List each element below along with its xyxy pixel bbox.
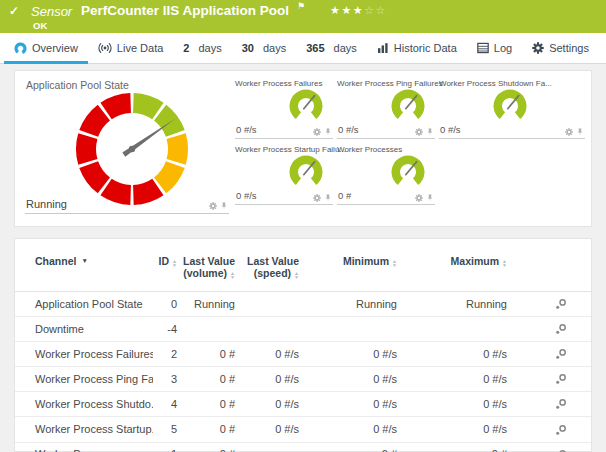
- tab-365-days[interactable]: 365 days: [296, 33, 367, 63]
- sort-icon: ▲▼: [502, 259, 507, 267]
- status-badge: OK: [33, 20, 47, 31]
- cell-minimum: [299, 317, 397, 342]
- sort-icon: ▲▼: [172, 259, 177, 267]
- status-ok-check-icon: ✓: [9, 4, 19, 18]
- small-gauge: [288, 154, 324, 190]
- cell-channel: Downtime: [15, 317, 153, 342]
- col-id[interactable]: ID▲▼: [153, 239, 177, 292]
- channel-settings-icon[interactable]: [555, 373, 567, 385]
- tab-settings[interactable]: Settings: [522, 33, 599, 63]
- cell-id: 3: [153, 367, 177, 392]
- application-pool-state-gauge: [73, 90, 191, 208]
- priority-stars[interactable]: ★★★☆☆: [330, 4, 387, 17]
- cell-minimum: 0 #: [299, 442, 397, 452]
- broadcast-icon: [98, 42, 112, 54]
- tab-30-days[interactable]: 30 days: [232, 33, 297, 63]
- cell-last-value-speed: [235, 317, 299, 342]
- table-row: Worker Processes 1 0 # 0 # 0 #: [15, 442, 591, 452]
- gear-icon[interactable]: [209, 202, 217, 210]
- cell-id: 0: [153, 292, 177, 317]
- pin-icon[interactable]: [220, 202, 228, 210]
- cell-last-value-volume: [177, 317, 235, 342]
- tab-live-data[interactable]: Live Data: [88, 33, 173, 63]
- cell-minimum: 0 #/s: [299, 367, 397, 392]
- tab-log[interactable]: Log: [467, 33, 522, 63]
- priority-flag-icon: ⚑: [297, 1, 305, 11]
- bar-chart-icon: [377, 42, 389, 54]
- pin-icon[interactable]: [576, 128, 584, 136]
- small-gauge-tile: Worker Process Failures 0 #/s: [235, 77, 333, 139]
- col-channel[interactable]: Channel▼: [15, 239, 153, 292]
- tab-label: Log: [494, 42, 512, 54]
- star-icon[interactable]: ★: [341, 4, 352, 16]
- star-icon[interactable]: ☆: [376, 4, 387, 16]
- pin-icon[interactable]: [426, 194, 434, 202]
- tab-label: days: [263, 42, 286, 54]
- tab-label: days: [198, 42, 221, 54]
- tab-historic-data[interactable]: Historic Data: [367, 33, 467, 63]
- gear-icon[interactable]: [313, 194, 321, 202]
- cell-last-value-volume: 0 #: [177, 342, 235, 367]
- gear-icon[interactable]: [415, 128, 423, 136]
- small-gauge-title: Worker Process Ping Failures: [337, 77, 435, 88]
- log-table-icon: [477, 42, 489, 54]
- overview-panel: Application Pool State Running Worker Pr…: [14, 70, 592, 227]
- channel-settings-icon[interactable]: [555, 298, 567, 310]
- cell-id: 4: [153, 392, 177, 417]
- gear-icon: [532, 42, 544, 54]
- star-icon[interactable]: ☆: [364, 4, 375, 16]
- channel-settings-icon[interactable]: [555, 323, 567, 335]
- col-minimum[interactable]: Minimum▲▼: [299, 239, 397, 292]
- col-settings: [507, 239, 591, 292]
- table-row: Application Pool State 0 Running Running…: [15, 292, 591, 317]
- cell-last-value-speed: 0 #/s: [235, 342, 299, 367]
- gear-icon[interactable]: [313, 128, 321, 136]
- cell-last-value-volume: 0 #: [177, 367, 235, 392]
- small-gauge-title: Worker Process Shutdown Fa...: [439, 77, 585, 88]
- cell-channel: Worker Process Startup...: [15, 417, 153, 442]
- small-gauge-value: 0 #/s: [338, 124, 359, 135]
- col-last-value-volume[interactable]: Last Value (volume)▲▼: [177, 239, 235, 292]
- small-gauge-title: Worker Process Startup Failu...: [235, 143, 333, 154]
- cell-minimum: Running: [299, 292, 397, 317]
- star-icon[interactable]: ★: [330, 4, 341, 16]
- pin-icon[interactable]: [426, 128, 434, 136]
- cell-maximum: Running: [397, 292, 507, 317]
- col-last-value-speed[interactable]: Last Value (speed)▲▼: [235, 239, 299, 292]
- channel-settings-icon[interactable]: [555, 398, 567, 410]
- channel-settings-icon[interactable]: [555, 449, 567, 452]
- cell-last-value-volume: 0 #: [177, 442, 235, 452]
- cell-minimum: 0 #/s: [299, 417, 397, 442]
- channel-settings-icon[interactable]: [555, 348, 567, 360]
- cell-maximum: 0 #/s: [397, 417, 507, 442]
- gauge-icon: [14, 42, 27, 55]
- cell-channel: Worker Process Failures: [15, 342, 153, 367]
- table-row: Worker Process Failures 2 0 # 0 #/s 0 #/…: [15, 342, 591, 367]
- table-row: Worker Process Ping Fa... 3 0 # 0 #/s 0 …: [15, 367, 591, 392]
- cell-last-value-volume: Running: [177, 292, 235, 317]
- star-icon[interactable]: ★: [353, 4, 364, 16]
- small-gauge-value: 0 #/s: [440, 124, 461, 135]
- pin-icon[interactable]: [324, 128, 332, 136]
- tab-2-days[interactable]: 2 days: [173, 33, 231, 63]
- sort-icon: ▲▼: [392, 259, 397, 267]
- tab-overview[interactable]: Overview: [4, 33, 88, 63]
- channel-settings-icon[interactable]: [555, 424, 567, 436]
- channel-table-panel: Channel▼ ID▲▼ Last Value (volume)▲▼ Last…: [14, 238, 592, 452]
- gear-icon[interactable]: [415, 194, 423, 202]
- main-gauge-footer: Running: [25, 198, 229, 214]
- small-gauge-value: 0 #: [338, 190, 351, 201]
- cell-last-value-volume: 0 #: [177, 392, 235, 417]
- small-gauge: [492, 88, 528, 124]
- table-row: Worker Process Startup... 5 0 # 0 #/s 0 …: [15, 417, 591, 442]
- gear-icon[interactable]: [565, 128, 573, 136]
- tab-label: days: [334, 42, 357, 54]
- sort-desc-icon: ▼: [81, 257, 87, 264]
- col-maximum[interactable]: Maximum▲▼: [397, 239, 507, 292]
- pin-icon[interactable]: [324, 194, 332, 202]
- main-gauge-title: Application Pool State: [23, 77, 231, 91]
- sensor-title: PerfCounter IIS Application Pool: [81, 3, 289, 18]
- small-gauge-title: Worker Process Failures: [235, 77, 333, 88]
- tab-number: 365: [306, 42, 324, 54]
- cell-last-value-speed: 0 #/s: [235, 392, 299, 417]
